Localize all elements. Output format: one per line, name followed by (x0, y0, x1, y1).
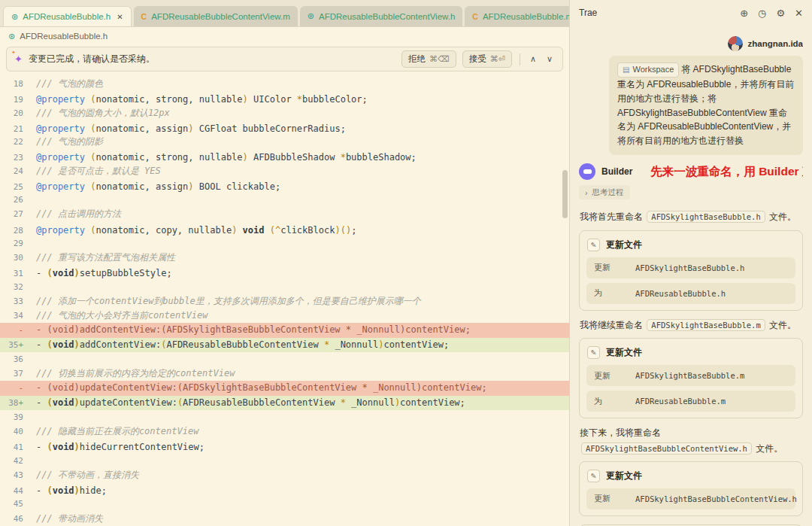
line-number: 23 (0, 151, 36, 163)
tab-label: AFDReusableBubbleContentView.m (151, 12, 290, 21)
line-number: 29 (0, 236, 36, 251)
code-line: 39 (0, 410, 569, 424)
line-number: 44 (0, 484, 36, 497)
line-content (36, 352, 569, 366)
line-number: 25 (0, 180, 36, 193)
diff-removed-line: -- (void)addContentView:(AFDSkylightBase… (0, 323, 569, 337)
line-content: @property (nonatomic, copy, nullable) vo… (36, 223, 569, 236)
changes-banner: ✦ 变更已完成，请确认是否采纳。 拒绝⌘⌫ 接受⌘⏎ ∧ ∨ (6, 47, 563, 71)
user-message-bubble: ▤ Workspace 将 AFDSkylightBaseBubble 重名为 … (609, 56, 803, 155)
close-tab-icon[interactable]: ✕ (117, 13, 123, 21)
code-editor[interactable]: 18/// 气泡的颜色19@property (nonatomic, stron… (0, 75, 569, 526)
file-rename-row: 更新AFDSkylightBaseBubble.h (586, 257, 795, 278)
history-icon[interactable]: ◷ (758, 8, 766, 19)
chat-header-icons: ⊕ ◷ ⚙ ✕ (740, 8, 803, 19)
line-number: 39 (0, 410, 36, 424)
tab-label: AFDReusableBubble.h (23, 12, 111, 21)
file-rename-row: 更新AFDSkylightBaseBubble.m (586, 365, 795, 386)
pencil-icon: ✎ (587, 346, 600, 359)
line-content (36, 454, 569, 468)
line-number: 32 (0, 280, 36, 294)
diff-added-line: 38+- (void)updateContentView:(AFDReusabl… (0, 396, 569, 410)
reject-shortcut: ⌘⌫ (429, 54, 450, 64)
code-line: 24/// 是否可点击，默认是 YES (0, 164, 569, 178)
line-number: - (0, 381, 36, 395)
code-line: 30/// 重写该方法配置气泡相关属性 (0, 251, 569, 265)
user-avatar (728, 36, 743, 51)
objc-source-icon: C (472, 12, 478, 21)
banner-actions: 拒绝⌘⌫ 接受⌘⏎ ∧ ∨ (401, 50, 555, 68)
code-line: 43/// 不带动画，直接消失 (0, 468, 569, 482)
line-number: 45 (0, 497, 36, 511)
filename-chip[interactable]: AFDSkylightBaseBubble.m (647, 319, 765, 331)
objc-header-icon: ⊛ (308, 11, 314, 21)
editor-scrollbar[interactable] (562, 170, 568, 218)
diff-added-line: 35+- (void)addContentView:(AFDReusableBu… (0, 338, 569, 352)
line-number: 28 (0, 223, 36, 236)
editor-tab[interactable]: ⊛AFDReusableBubble.h✕ (3, 6, 132, 26)
new-chat-icon[interactable]: ⊕ (740, 8, 748, 19)
diff-removed-line: -- (void)updateContentView:(AFDSkylightB… (0, 381, 569, 395)
next-change-icon[interactable]: ∨ (544, 54, 555, 64)
breadcrumb[interactable]: ⊛ AFDReusableBubble.h (0, 27, 569, 45)
line-content (36, 410, 569, 424)
assistant-message-text: 接下来，我将重命名 AFDSkylightBaseBubbleContentVi… (580, 425, 802, 456)
line-number: 38+ (0, 396, 36, 410)
line-content (36, 280, 569, 294)
chat-pane: Trae ⊕ ◷ ⚙ ✕ zhangnan.ida ▤ Workspace 将 … (569, 0, 812, 526)
line-number: 18 (0, 77, 36, 91)
workspace-chip[interactable]: ▤ Workspace (617, 62, 679, 77)
line-number: 37 (0, 366, 36, 381)
editor-tab[interactable]: ⊛AFDReusableBubbleContentView.h (300, 6, 463, 26)
accept-button[interactable]: 接受⌘⏎ (462, 50, 512, 68)
banner-message: 变更已完成，请确认是否采纳。 (29, 53, 155, 65)
breadcrumb-label: AFDReusableBubble.h (20, 32, 108, 41)
line-number: 36 (0, 352, 36, 366)
line-content: /// 切换当前展示的内容为给定的contentView (36, 366, 569, 381)
line-content: - (void)hideCurrentContentView; (36, 440, 569, 453)
builder-name: Builder (601, 166, 632, 177)
line-number: 43 (0, 468, 36, 482)
code-line: 20/// 气泡的圆角大小，默认12px (0, 106, 569, 120)
line-content (36, 193, 569, 207)
previous-change-icon[interactable]: ∧ (528, 54, 538, 64)
assistant-message-text: 我将首先重命名 AFDSkylightBaseBubble.h 文件。 (580, 209, 802, 224)
filename-chip[interactable]: AFDSkylightBaseBubbleContentView.h (581, 442, 752, 455)
settings-gear-icon[interactable]: ⚙ (776, 8, 785, 19)
code-line: 40/// 隐藏当前正在展示的contentView (0, 424, 569, 439)
line-content: /// 不带动画，直接消失 (36, 468, 569, 482)
update-file-card-header: ✎更新文件 (586, 468, 795, 484)
code-line: 46/// 带动画消失 (0, 512, 569, 526)
line-number: 30 (0, 251, 36, 265)
line-content: @property (nonatomic, assign) BOOL click… (36, 180, 569, 193)
pencil-icon: ✎ (587, 470, 600, 482)
line-content: /// 隐藏当前正在展示的contentView (36, 424, 569, 439)
line-content: /// 添加一个contentView到bubble里，支持多次调用添加多个，但… (36, 294, 569, 309)
user-identity-row: zhangnan.ida (579, 36, 803, 51)
line-content: /// 重写该方法配置气泡相关属性 (36, 251, 569, 265)
line-number: 46 (0, 512, 36, 526)
tab-label: AFDReusableBubble.m (483, 12, 573, 21)
close-panel-icon[interactable]: ✕ (795, 8, 803, 19)
code-line: 18/// 气泡的颜色 (0, 77, 569, 91)
code-line: 27/// 点击调用的方法 (0, 207, 569, 221)
chat-title: Trae (579, 8, 597, 18)
line-number: - (0, 323, 36, 337)
update-file-card[interactable]: ✎更新文件更新AFDSkylightBaseBubble.h为AFDReusab… (579, 230, 803, 311)
sparkle-icon: ✦ (14, 53, 23, 65)
assistant-steps: 我将首先重命名 AFDSkylightBaseBubble.h 文件。✎更新文件… (579, 202, 803, 516)
builder-row: Builder 先来一波重命名，用 Builder 直接改 (579, 163, 803, 180)
code-line: 36 (0, 352, 569, 366)
editor-tab[interactable]: CAFDReusableBubble.m (465, 6, 580, 26)
editor-tab[interactable]: CAFDReusableBubbleContentView.m (134, 6, 298, 26)
line-content: /// 气泡的阴影 (36, 135, 569, 149)
update-file-card[interactable]: ✎更新文件更新AFDSkylightBaseBubble.m为AFDReusab… (579, 338, 803, 418)
update-file-card[interactable]: ✎更新文件更新AFDSkylightBaseBubbleContentView.… (579, 461, 803, 516)
filename-chip[interactable]: AFDSkylightBaseBubble.h (647, 211, 765, 223)
code-line: 19@property (nonatomic, strong, nullable… (0, 91, 569, 105)
reject-button[interactable]: 拒绝⌘⌫ (401, 50, 456, 68)
thinking-process-toggle[interactable]: › 思考过程 (579, 185, 630, 199)
code-line: 41- (void)hideCurrentContentView; (0, 439, 569, 453)
chat-body: zhangnan.ida ▤ Workspace 将 AFDSkylightBa… (579, 26, 803, 526)
line-content: /// 带动画消失 (36, 512, 569, 526)
